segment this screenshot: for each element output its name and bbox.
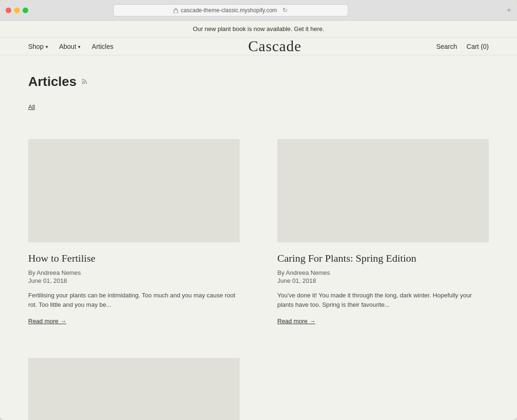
article-excerpt-1: Fertilising your plants can be intimidat…	[28, 291, 240, 311]
rss-icon[interactable]	[81, 77, 89, 86]
announcement-text: Our new plant book is now available. Get…	[193, 25, 324, 32]
maximize-button[interactable]	[23, 8, 28, 13]
article-author-2: By Andreea Nemes	[277, 269, 489, 276]
traffic-lights	[6, 8, 28, 13]
nav-search[interactable]: Search	[436, 43, 457, 50]
navigation: Shop ▾ About ▾ Articles Cascade Search	[0, 38, 517, 55]
article-image-3	[28, 358, 240, 420]
url-bar[interactable]: cascade-theme-classic.myshopify.com ↻	[113, 4, 348, 16]
close-button[interactable]	[6, 8, 11, 13]
nav-left: Shop ▾ About ▾ Articles	[28, 43, 113, 50]
svg-point-1	[82, 83, 83, 84]
browser-titlebar: cascade-theme-classic.myshopify.com ↻ +	[0, 0, 517, 21]
article-author-1: By Andreea Nemes	[28, 269, 240, 276]
article-card-1: How to Fertilise By Andreea Nemes June 0…	[28, 125, 258, 344]
article-date-2: June 01, 2018	[277, 277, 489, 284]
nav-cart[interactable]: Cart (0)	[467, 43, 489, 50]
site-logo[interactable]: Cascade	[113, 38, 436, 55]
article-excerpt-2: You've done it! You made it through the …	[277, 291, 489, 311]
url-text: cascade-theme-classic.myshopify.com	[181, 7, 277, 14]
svg-rect-0	[174, 10, 178, 13]
article-card-3: Caring For Plants: Winter Edition By And…	[28, 344, 258, 420]
nav-articles[interactable]: Articles	[92, 43, 113, 50]
lock-icon	[173, 8, 178, 13]
filter-all[interactable]: All	[28, 103, 35, 110]
article-title-2[interactable]: Caring For Plants: Spring Edition	[277, 252, 489, 265]
nav-shop[interactable]: Shop ▾	[28, 43, 48, 50]
main-content: Articles All How to Fertilise	[0, 55, 517, 420]
page-title: Articles	[28, 74, 77, 89]
nav-about[interactable]: About ▾	[59, 43, 81, 50]
article-image-1	[28, 139, 240, 242]
read-more-1[interactable]: Read more →	[28, 318, 66, 325]
page-title-row: Articles	[28, 74, 489, 89]
announcement-bar: Our new plant book is now available. Get…	[0, 21, 517, 38]
filter-row: All	[28, 103, 489, 111]
article-card-2: Caring For Plants: Spring Edition By And…	[258, 125, 489, 344]
browser-content: Our new plant book is now available. Get…	[0, 21, 517, 420]
about-chevron-icon: ▾	[78, 44, 80, 49]
nav-right: Search Cart (0)	[436, 43, 489, 50]
refresh-icon[interactable]: ↻	[282, 7, 288, 14]
articles-grid: How to Fertilise By Andreea Nemes June 0…	[28, 125, 489, 420]
article-title-1[interactable]: How to Fertilise	[28, 252, 240, 265]
article-date-1: June 01, 2018	[28, 277, 240, 284]
read-more-2[interactable]: Read more →	[277, 318, 315, 325]
article-image-2	[277, 139, 489, 242]
new-tab-button[interactable]: +	[507, 6, 511, 15]
minimize-button[interactable]	[14, 8, 20, 13]
shop-chevron-icon: ▾	[46, 44, 48, 49]
